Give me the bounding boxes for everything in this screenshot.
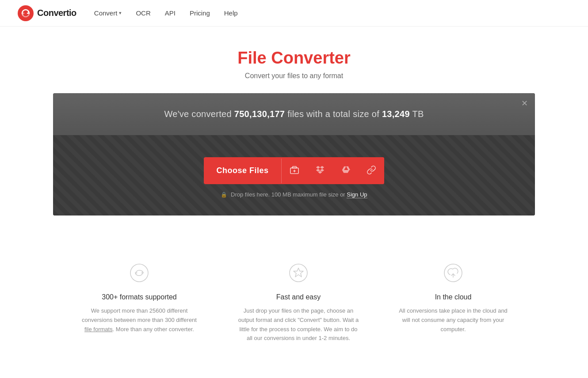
drop-area: Choose Files xyxy=(53,135,535,215)
stats-middle: files with a total size of xyxy=(285,109,382,119)
feature-icon-cloud xyxy=(440,260,466,286)
logo-link[interactable]: Convertio xyxy=(18,5,76,21)
converter-box: ✕ We've converted 750,130,177 files with… xyxy=(53,93,535,215)
feature-item-formats: 300+ formats supported We support more t… xyxy=(77,260,201,343)
nav-item-help[interactable]: Help xyxy=(224,9,238,17)
stats-files: 750,130,177 xyxy=(234,109,285,119)
feature-title-cloud: In the cloud xyxy=(396,293,511,301)
svg-point-5 xyxy=(290,264,307,282)
feature-item-cloud: In the cloud All conversions take place … xyxy=(396,260,511,343)
chevron-down-icon: ▾ xyxy=(119,10,122,16)
feature-title-formats: 300+ formats supported xyxy=(77,293,201,301)
choose-btn-wrapper: Choose Files xyxy=(204,157,384,184)
drop-hint-text: Drop files here. 100 MB maximum file siz… xyxy=(231,191,347,198)
svg-point-7 xyxy=(444,264,462,282)
svg-marker-6 xyxy=(294,268,303,277)
nav-convert-label: Convert xyxy=(94,9,118,17)
stats-bar: We've converted 750,130,177 files with a… xyxy=(53,93,535,135)
feature-item-fast: Fast and easy Just drop your files on th… xyxy=(237,260,360,343)
cloud-upload-icon xyxy=(443,262,464,284)
gdrive-source-button[interactable] xyxy=(333,157,359,184)
feature-icon-formats xyxy=(126,260,153,286)
dropbox-source-button[interactable] xyxy=(307,157,333,184)
nav-item-api[interactable]: API xyxy=(165,9,176,17)
logo-text: Convertio xyxy=(37,8,76,18)
hero-section: File Converter Convert your files to any… xyxy=(0,26,588,93)
close-button[interactable]: ✕ xyxy=(521,99,528,107)
nav-links: Convert ▾ OCR API Pricing Help xyxy=(94,9,238,17)
folder-icon xyxy=(290,165,299,175)
nav-ocr-link[interactable]: OCR xyxy=(136,9,150,17)
computer-source-button[interactable] xyxy=(282,157,307,184)
svg-point-0 xyxy=(18,5,34,21)
signup-link[interactable]: Sign Up xyxy=(347,191,367,198)
stats-size: 13,249 xyxy=(382,109,410,119)
nav-item-convert[interactable]: Convert ▾ xyxy=(94,9,122,17)
nav-item-pricing[interactable]: Pricing xyxy=(190,9,210,17)
lock-icon: 🔒 xyxy=(221,192,227,198)
choose-files-button[interactable]: Choose Files xyxy=(204,158,281,183)
logo-icon xyxy=(18,5,34,21)
hero-subtitle: Convert your files to any format xyxy=(9,72,579,80)
link-icon xyxy=(367,165,376,175)
feature-title-fast: Fast and easy xyxy=(237,293,360,301)
nav-help-link[interactable]: Help xyxy=(224,9,238,17)
feature-desc-formats: We support more than 25600 different con… xyxy=(77,306,201,334)
feature-desc-fast: Just drop your files on the page, choose… xyxy=(237,306,360,343)
drop-hint: 🔒 Drop files here. 100 MB maximum file s… xyxy=(62,191,526,198)
gdrive-icon xyxy=(341,165,351,175)
file-formats-link[interactable]: file formats xyxy=(84,326,113,333)
hero-title: File Converter xyxy=(9,49,579,68)
features-section: 300+ formats supported We support more t… xyxy=(51,242,537,370)
nav-pricing-link[interactable]: Pricing xyxy=(190,9,210,17)
feature-desc-cloud: All conversions take place in the cloud … xyxy=(396,306,511,334)
stats-suffix: TB xyxy=(410,109,424,119)
nav-api-link[interactable]: API xyxy=(165,9,176,17)
nav-convert-link[interactable]: Convert ▾ xyxy=(94,9,122,17)
url-source-button[interactable] xyxy=(359,157,384,184)
stats-text: We've converted 750,130,177 files with a… xyxy=(62,109,526,119)
refresh-icon xyxy=(129,262,150,284)
svg-point-4 xyxy=(130,264,148,282)
feature-icon-fast xyxy=(285,260,312,286)
source-icons xyxy=(282,157,384,184)
stats-prefix: We've converted xyxy=(164,109,234,119)
navbar: Convertio Convert ▾ OCR API Pricing Help xyxy=(0,0,588,26)
star-icon xyxy=(288,262,309,284)
dropbox-icon xyxy=(315,165,325,175)
nav-item-ocr[interactable]: OCR xyxy=(136,9,150,17)
